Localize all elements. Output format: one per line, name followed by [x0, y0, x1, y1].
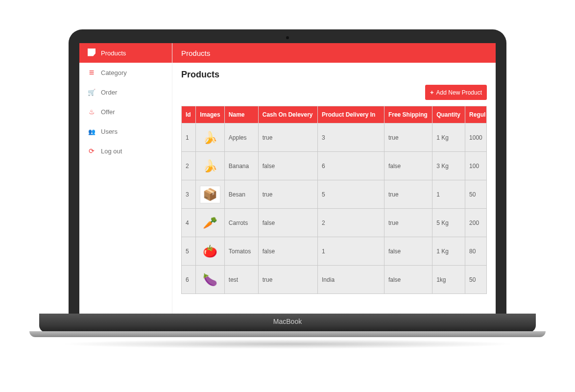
cell-quantity: 5 Kg [432, 209, 465, 237]
table-body: 1🍌Applestrue3true1 Kg10002🍌Bananafalse6f… [182, 123, 487, 294]
table-row[interactable]: 1🍌Applestrue3true1 Kg1000 [182, 123, 487, 152]
col-header: Free Shipping [384, 106, 432, 123]
plus-icon: + [430, 89, 434, 96]
topbar-title: Products [181, 49, 210, 57]
cell-quantity: 1 Kg [432, 237, 465, 266]
cell-quantity: 1kg [432, 266, 465, 294]
cell-id: 6 [182, 266, 196, 294]
product-image-tomato-icon: 🍅 [200, 243, 220, 260]
laptop-base: MacBook [39, 314, 536, 332]
page-title: Products [181, 70, 487, 80]
cell-quantity: 1 [432, 180, 465, 209]
cell-shipping: true [384, 209, 432, 237]
sidebar-item-offer[interactable]: Offer [79, 102, 172, 122]
product-image-banana-icon: 🍌 [200, 129, 220, 147]
cell-id: 4 [182, 209, 196, 237]
col-header: Regul [465, 106, 487, 123]
cell-shipping: true [384, 123, 432, 152]
sidebar-item-label: Category [101, 69, 127, 76]
cell-cod: true [258, 180, 317, 209]
cell-name: test [224, 266, 258, 294]
camera-dot [286, 36, 289, 39]
add-product-label: Add New Product [436, 89, 482, 96]
col-header: Product Delivery In [318, 106, 384, 123]
cell-regular: 200 [465, 209, 487, 237]
cell-regular: 80 [465, 237, 487, 266]
cart-icon [85, 88, 98, 96]
logo-icon [85, 49, 98, 58]
sidebar-item-log-out[interactable]: Log out [79, 141, 172, 161]
cell-name: Tomatos [224, 237, 258, 266]
cell-name: Banana [224, 152, 258, 180]
table-row[interactable]: 3📦Besantrue5true150 [182, 180, 487, 209]
cell-delivery: 5 [318, 180, 384, 209]
content: Products + Add New Product IdImagesNameC… [172, 63, 496, 314]
sidebar-item-category[interactable]: Category [79, 63, 172, 82]
table-row[interactable]: 2🍌Bananafalse6false3 Kg100 [182, 152, 487, 180]
cell-regular: 50 [465, 266, 487, 294]
main-area: Products Products + Add New Product IdIm… [172, 43, 496, 314]
cell-id: 5 [182, 237, 196, 266]
cell-shipping: false [384, 237, 432, 266]
col-header: Images [196, 106, 225, 123]
cell-delivery: India [318, 266, 384, 294]
sidebar-item-label: Users [101, 128, 118, 135]
cell-name: Carrots [224, 209, 258, 237]
cell-shipping: false [384, 266, 432, 294]
sidebar-item-label: Offer [101, 108, 115, 116]
sidebar-item-order[interactable]: Order [79, 82, 172, 102]
app-screen: ProductsCategoryOrderOfferUsersLog out P… [79, 43, 496, 314]
cell-delivery: 2 [318, 209, 384, 237]
cell-quantity: 3 Kg [432, 152, 465, 180]
table-row[interactable]: 6🍆testtrueIndiafalse1kg50 [182, 266, 487, 294]
product-image-banana-icon: 🍌 [200, 157, 220, 175]
sidebar-item-label: Products [101, 49, 126, 57]
col-header: Quantity [432, 106, 465, 123]
cell-delivery: 6 [318, 152, 384, 180]
cell-id: 3 [182, 180, 196, 209]
cell-regular: 1000 [465, 123, 487, 152]
laptop-shadow [59, 339, 516, 349]
product-image-carrot-icon: 🥕 [200, 214, 220, 232]
cell-id: 2 [182, 152, 196, 180]
col-header: Id [182, 106, 196, 123]
fire-icon [85, 108, 98, 116]
cell-cod: false [258, 209, 317, 237]
logout-icon [85, 147, 98, 155]
sidebar-item-products[interactable]: Products [79, 43, 172, 63]
product-image-package-icon: 📦 [200, 186, 220, 203]
menu-icon [85, 68, 98, 78]
col-header: Cash On Delevery [258, 106, 317, 123]
add-product-button[interactable]: + Add New Product [425, 85, 487, 100]
cell-shipping: false [384, 152, 432, 180]
cell-image: 🍌 [196, 152, 225, 180]
cell-cod: false [258, 152, 317, 180]
cell-quantity: 1 Kg [432, 123, 465, 152]
cell-image: 🍅 [196, 237, 225, 266]
cell-image: 📦 [196, 180, 225, 209]
sidebar-item-label: Order [101, 89, 117, 96]
cell-image: 🍆 [196, 266, 225, 294]
cell-cod: true [258, 266, 317, 294]
cell-name: Besan [224, 180, 258, 209]
cell-regular: 50 [465, 180, 487, 209]
laptop-foot [29, 331, 546, 337]
cell-cod: true [258, 123, 317, 152]
laptop-brand-label: MacBook [39, 314, 536, 329]
table-row[interactable]: 4🥕Carrotsfalse2true5 Kg200 [182, 209, 487, 237]
sidebar: ProductsCategoryOrderOfferUsersLog out [79, 43, 172, 314]
cell-name: Apples [224, 123, 258, 152]
products-table-wrap: IdImagesNameCash On DeleveryProduct Deli… [181, 106, 487, 294]
cell-image: 🥕 [196, 209, 225, 237]
cell-regular: 100 [465, 152, 487, 180]
col-header: Name [224, 106, 258, 123]
cell-cod: false [258, 237, 317, 266]
users-icon [85, 127, 98, 135]
cell-delivery: 1 [318, 237, 384, 266]
cell-delivery: 3 [318, 123, 384, 152]
actions-bar: + Add New Product [181, 85, 487, 100]
table-row[interactable]: 5🍅Tomatosfalse1false1 Kg80 [182, 237, 487, 266]
product-image-eggplant-icon: 🍆 [200, 271, 220, 289]
laptop-frame: ProductsCategoryOrderOfferUsersLog out P… [69, 29, 506, 314]
sidebar-item-users[interactable]: Users [79, 122, 172, 141]
